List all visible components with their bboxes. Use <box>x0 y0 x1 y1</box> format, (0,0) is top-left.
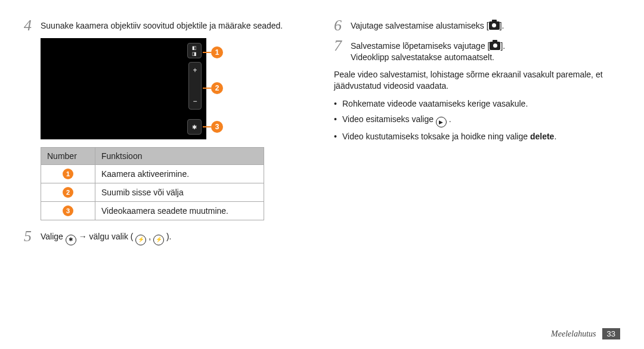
step-number: 4 <box>24 18 36 33</box>
step-text: Suunake kaamera objektiiv soovitud objek… <box>41 18 283 33</box>
callout-1: 1 <box>203 46 223 58</box>
camera-preview-illustration: ◧◨ + − ✱ 1 2 3 <box>41 38 225 141</box>
after-record-paragraph: Peale video salvestamist, lohistage sõrm… <box>334 69 620 92</box>
step-text: Salvestamise lõpetamiseks vajutage []. V… <box>351 38 505 63</box>
step-number: 5 <box>24 229 36 245</box>
switch-camera-icon: ◧◨ <box>192 45 197 57</box>
row-badge: 2 <box>63 187 73 198</box>
zoom-slider: + − <box>188 62 202 110</box>
zoom-out-icon: − <box>193 97 197 105</box>
table-row: 2 Suumib sisse või välja <box>41 183 264 202</box>
zoom-in-icon: + <box>193 66 197 74</box>
gear-icon: ✱ <box>66 235 76 245</box>
row-badge: 3 <box>63 205 73 216</box>
table-row: 3 Videokaamera seadete muutmine. <box>41 202 264 220</box>
table-header-row: Number Funktsioon <box>41 148 264 165</box>
callout-badge: 1 <box>211 46 223 58</box>
step-text: Valige ✱ → välgu valik ( ⚡ , ⚡ ). <box>41 229 172 245</box>
flash-off-icon: ⚡ <box>153 235 164 245</box>
function-table: Number Funktsioon 1 Kaamera aktiveerimin… <box>41 147 264 220</box>
switch-camera-button: ◧◨ <box>187 43 202 58</box>
step-6: 6 Vajutage salvestamise alustamiseks []. <box>334 18 620 33</box>
row-badge: 1 <box>63 169 73 179</box>
list-item: Video esitamiseks valige ▶ . <box>334 114 620 128</box>
step-text: Vajutage salvestamise alustamiseks []. <box>351 18 504 33</box>
delete-label: delete <box>530 132 554 141</box>
page-number: 33 <box>602 328 620 339</box>
step-number: 7 <box>334 38 346 63</box>
list-item: Video kustutamiseks toksake ja hoidke ni… <box>334 131 620 143</box>
table-row: 1 Kaamera aktiveerimine. <box>41 165 264 183</box>
left-column: 4 Suunake kaamera objektiiv soovitud obj… <box>24 18 310 250</box>
camera-screen: ◧◨ + − ✱ <box>41 38 206 139</box>
header-number: Number <box>41 148 95 165</box>
camera-icon <box>490 42 500 50</box>
row-function: Videokaamera seadete muutmine. <box>95 202 264 220</box>
step-7: 7 Salvestamise lõpetamiseks vajutage [].… <box>334 38 620 63</box>
page-footer: Meelelahutus 33 <box>551 328 620 339</box>
row-function: Kaamera aktiveerimine. <box>95 165 264 183</box>
callout-2: 2 <box>203 82 223 94</box>
step-number: 6 <box>334 18 346 33</box>
camcorder-settings-button: ✱ <box>187 119 202 135</box>
callout-3: 3 <box>203 121 223 133</box>
row-function: Suumib sisse või välja <box>95 183 264 202</box>
step-4: 4 Suunake kaamera objektiiv soovitud obj… <box>24 18 310 33</box>
gear-icon: ✱ <box>192 124 197 130</box>
callout-badge: 2 <box>211 82 223 94</box>
section-name: Meelelahutus <box>551 329 596 339</box>
play-icon: ▶ <box>436 117 447 127</box>
flash-on-icon: ⚡ <box>135 235 146 245</box>
list-item: Rohkemate videode vaatamiseks kerige vas… <box>334 98 620 110</box>
camera-icon <box>489 21 500 30</box>
right-column: 6 Vajutage salvestamise alustamiseks [].… <box>334 18 620 250</box>
step-5: 5 Valige ✱ → välgu valik ( ⚡ , ⚡ ). <box>24 229 310 245</box>
callout-badge: 3 <box>211 121 223 133</box>
header-function: Funktsioon <box>95 148 264 165</box>
tips-list: Rohkemate videode vaatamiseks kerige vas… <box>334 98 620 143</box>
